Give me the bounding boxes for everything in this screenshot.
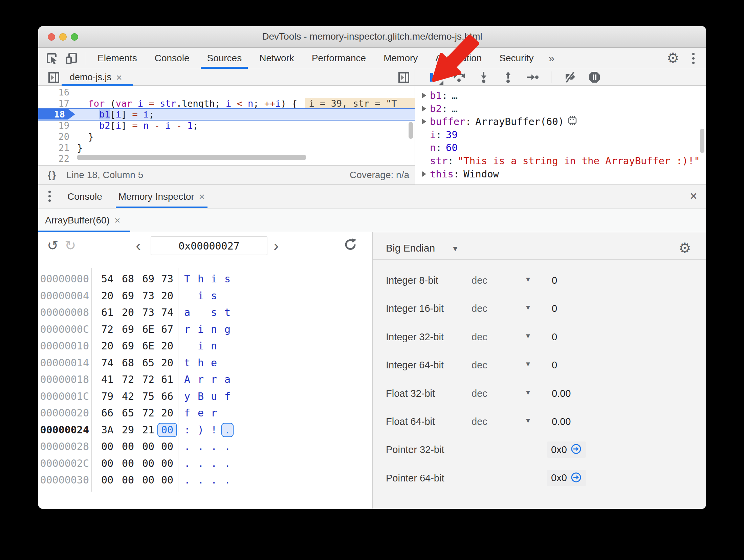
step-over-button[interactable]	[453, 71, 466, 84]
value-mode-select[interactable]: dec	[472, 358, 487, 372]
ascii-cell[interactable]: B	[195, 388, 207, 405]
ascii-cell[interactable]: s	[208, 304, 220, 321]
step-into-button[interactable]	[477, 71, 490, 84]
devtools-menu-icon[interactable]	[692, 53, 695, 64]
ascii-cell[interactable]: .	[195, 438, 207, 455]
ascii-cell[interactable]: r	[195, 371, 207, 388]
undo-icon[interactable]: ↺	[47, 238, 59, 253]
hex-byte-cell[interactable]: 42	[118, 388, 138, 405]
value-mode-select[interactable]: dec	[472, 386, 487, 401]
toggle-navigator-icon[interactable]	[48, 71, 60, 84]
code-line[interactable]: 19 b2[i] = n - i - 1;	[38, 120, 415, 131]
hex-byte-cell[interactable]: 00	[138, 438, 158, 455]
hex-byte-cell[interactable]: 00	[118, 455, 138, 472]
drawer-menu-icon[interactable]	[48, 191, 51, 202]
tab-demo-js[interactable]: demo-js.js ×	[62, 69, 133, 86]
ascii-cell[interactable]: .	[208, 455, 220, 472]
tab-sources[interactable]: Sources	[198, 48, 250, 69]
ascii-cell[interactable]: A	[181, 371, 193, 388]
hex-byte-cell[interactable]: 00	[138, 472, 158, 489]
previous-page-icon[interactable]: ‹	[136, 236, 141, 255]
hex-byte-cell[interactable]: 79	[97, 388, 117, 405]
toggle-debugger-sidebar-icon[interactable]	[398, 71, 410, 84]
hex-byte-cell[interactable]: 69	[138, 271, 158, 287]
ascii-cell[interactable]: i	[208, 271, 220, 287]
hex-byte-cell[interactable]: 68	[118, 354, 138, 371]
hex-byte-cell[interactable]: 72	[97, 321, 117, 338]
hex-byte-cell[interactable]: 73	[138, 287, 158, 304]
ascii-cell[interactable]: .	[181, 472, 193, 489]
hex-byte-cell[interactable]: 00	[118, 438, 138, 455]
hex-byte-cell[interactable]: 74	[97, 354, 117, 371]
hex-byte-cell[interactable]: 61	[97, 304, 117, 321]
ascii-cell[interactable]: g	[221, 321, 234, 338]
ascii-cell[interactable]: e	[208, 354, 220, 371]
value-mode-select[interactable]: dec	[472, 329, 487, 344]
hex-byte-cell[interactable]: 00	[157, 423, 177, 437]
tab-application[interactable]: Application	[426, 48, 490, 69]
ascii-cell[interactable]: f	[221, 388, 234, 405]
expand-triangle-icon[interactable]	[422, 119, 426, 125]
ascii-cell[interactable]: T	[181, 271, 193, 287]
hex-byte-cell[interactable]: 20	[157, 405, 177, 422]
ascii-cell[interactable]: h	[195, 354, 207, 371]
ascii-cell[interactable]: a	[181, 304, 193, 321]
value-mode-select[interactable]: dec	[472, 301, 487, 316]
inspect-element-icon[interactable]	[45, 51, 59, 65]
minimize-window-button[interactable]	[59, 33, 67, 41]
ascii-cell[interactable]: .	[181, 455, 193, 472]
step-out-button[interactable]	[502, 71, 515, 84]
ascii-cell[interactable]: .	[221, 423, 234, 437]
ascii-cell[interactable]: n	[208, 338, 220, 354]
jump-to-address-icon[interactable]	[570, 443, 582, 456]
zoom-window-button[interactable]	[71, 33, 78, 41]
hex-byte-cell[interactable]: 20	[118, 304, 138, 321]
ascii-cell[interactable]: t	[221, 304, 234, 321]
code-line[interactable]: 21}	[38, 142, 415, 153]
line-number[interactable]: 16	[38, 87, 69, 98]
expand-triangle-icon[interactable]	[422, 171, 426, 177]
value-mode-select[interactable]: dec	[472, 273, 487, 288]
code-line[interactable]: 17 for (var i = str.length; i < n; ++i) …	[38, 98, 415, 109]
ascii-cell[interactable]: e	[195, 405, 207, 422]
expand-triangle-icon[interactable]	[422, 106, 426, 112]
hex-byte-cell[interactable]: 72	[138, 371, 158, 388]
more-panels-chevron[interactable]: »	[542, 52, 561, 65]
deactivate-breakpoints-button[interactable]	[564, 71, 576, 84]
hex-byte-cell[interactable]: 68	[118, 271, 138, 287]
tab-performance[interactable]: Performance	[303, 48, 375, 69]
next-page-icon[interactable]: ›	[273, 236, 279, 255]
ascii-cell[interactable]: .	[195, 455, 207, 472]
resume-button[interactable]	[429, 71, 441, 84]
ascii-cell[interactable]: .	[195, 472, 207, 489]
line-number[interactable]: 22	[38, 153, 69, 164]
close-file-tab-icon[interactable]: ×	[116, 72, 122, 83]
tab-network[interactable]: Network	[250, 48, 303, 69]
code-line[interactable]: 22	[38, 153, 415, 164]
scope-row-b1[interactable]: b1:…	[415, 89, 706, 102]
ascii-cell[interactable]: r	[181, 321, 193, 338]
scope-row-b2[interactable]: b2:…	[415, 102, 706, 115]
ascii-cell[interactable]: .	[221, 455, 234, 472]
tab-console[interactable]: Console	[146, 48, 198, 69]
close-memory-inspector-icon[interactable]: ×	[199, 192, 205, 202]
drawer-tab-memory-inspector[interactable]: Memory Inspector×	[116, 185, 208, 208]
jump-to-address-icon[interactable]	[570, 472, 582, 484]
endianness-select[interactable]: Big Endian	[386, 242, 435, 254]
ascii-cell[interactable]: r	[208, 405, 220, 422]
line-number[interactable]: 17	[38, 98, 69, 109]
value-mode-select[interactable]: dec	[472, 414, 487, 429]
redo-icon[interactable]: ↻	[65, 238, 76, 253]
hex-byte-cell[interactable]: 00	[157, 455, 177, 472]
hex-byte-cell[interactable]: 3A	[97, 422, 117, 438]
hex-byte-cell[interactable]: 61	[157, 371, 177, 388]
scope-row-buffer[interactable]: buffer:ArrayBuffer(60)	[415, 115, 706, 128]
ascii-cell[interactable]: a	[221, 371, 234, 388]
hex-byte-cell[interactable]: 72	[118, 371, 138, 388]
ascii-cell[interactable]: h	[195, 271, 207, 287]
hex-byte-cell[interactable]: 65	[118, 405, 138, 422]
line-number[interactable]: 21	[38, 142, 69, 153]
hex-byte-cell[interactable]: 20	[157, 354, 177, 371]
ascii-cell[interactable]: t	[181, 354, 193, 371]
hex-byte-cell[interactable]: 00	[97, 438, 117, 455]
